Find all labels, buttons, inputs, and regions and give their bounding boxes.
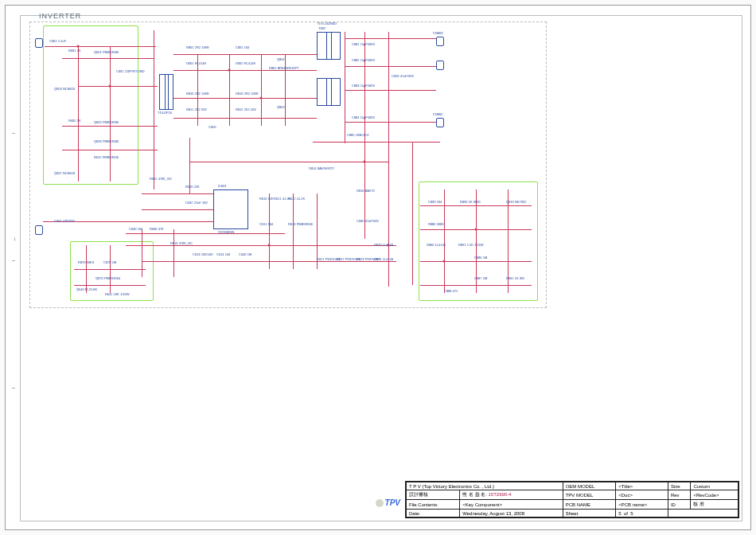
frame-tick <box>12 133 15 134</box>
c-label: Q870 PMBS3904 <box>95 277 120 280</box>
c-label: Q801 <box>277 58 285 61</box>
c-label: C632 22uF 16V <box>185 201 208 205</box>
c-label: D816 BAV70 <box>357 189 375 193</box>
net <box>229 54 230 126</box>
net <box>173 118 317 119</box>
net <box>142 193 213 194</box>
net <box>388 32 389 287</box>
tb-signed-label: ID <box>668 500 690 510</box>
label-t802-part: T197-002N0D <box>317 22 337 25</box>
tb-company: T P V (Top Victory Electronics Co. , Ltd… <box>407 482 563 490</box>
c-label: D860 LL4148 <box>427 244 446 247</box>
c-label: R612 41.2K <box>288 197 305 201</box>
c-label: R630 47K <box>150 228 164 231</box>
tb-pcbname-red: 15T2690-4 <box>489 492 512 497</box>
net <box>345 90 436 91</box>
tb-size-label: Size <box>668 482 690 490</box>
zone-label: 1 <box>14 236 16 241</box>
document-sheet: INVERTER 1 T19-DP16 T802 T197-002N0D OZ9… <box>5 5 751 530</box>
frame-tick <box>12 260 15 261</box>
junction <box>109 85 111 88</box>
tpv-logo: TPV <box>376 498 400 507</box>
c-label: D871 LL4148 <box>374 258 393 261</box>
c-label: C602 220P/NT1000 <box>116 70 144 73</box>
net <box>142 209 213 210</box>
net <box>126 233 285 234</box>
c-label: D602 RL4148 <box>236 62 255 65</box>
c-label: Q601 PMBS3906 <box>94 51 119 54</box>
net <box>173 98 317 99</box>
logo-dot-icon <box>376 499 384 507</box>
net <box>62 58 154 59</box>
c-label: R880 500K <box>428 223 444 226</box>
net <box>74 285 146 286</box>
c-label: C882 15pF500V <box>352 59 375 62</box>
tb-rev-label: Rev <box>668 490 690 500</box>
tb-file-label: File.Contents: <box>407 500 460 510</box>
c-label: Q606 PMBS3906 <box>94 140 119 143</box>
c-label: R870 33K3 <box>78 261 94 264</box>
transformer-t801 <box>159 74 173 110</box>
junction <box>268 244 271 247</box>
connector-cn604 <box>35 225 43 235</box>
c-label: R610 12K <box>259 197 274 201</box>
net <box>126 245 396 246</box>
net <box>444 189 445 293</box>
net <box>74 269 146 270</box>
c-label: R641 10K 1/16W <box>105 293 129 296</box>
title-block: T P V (Top Victory Electronics Co. , Ltd… <box>405 481 739 518</box>
junction <box>475 228 477 231</box>
c-label: C884 15pF500V <box>352 116 375 119</box>
connector-cn804 <box>436 61 444 70</box>
label-ic-ref: IC601 <box>218 185 227 188</box>
c-label: C601 2.2uF <box>49 40 66 43</box>
net <box>78 46 79 182</box>
net <box>345 32 345 143</box>
c-label: R811 2K2 50V <box>186 108 207 111</box>
logo-text: TPV <box>385 498 400 507</box>
tb-file: <Key Component> <box>460 500 563 510</box>
label-t801: T19-DP16 <box>158 111 172 115</box>
net <box>189 162 388 162</box>
highlight-driver-left <box>43 25 138 185</box>
c-label: C888 471 <box>444 290 458 293</box>
c-label: Q605 PMBS3906 <box>94 121 119 124</box>
net <box>293 193 294 269</box>
tb-date: Wednesday, August 13, 2008 <box>460 510 563 517</box>
net <box>285 54 286 126</box>
c-label: R613 PMBS3906 <box>288 223 313 226</box>
net <box>62 150 158 150</box>
net <box>154 30 154 189</box>
c-label: R892 1K 3W <box>506 277 524 280</box>
net <box>345 66 436 67</box>
tb-pcbn: <PCB name> <box>616 500 668 510</box>
net <box>78 86 158 87</box>
net <box>62 126 158 127</box>
net <box>269 193 270 269</box>
c-label: Q802 <box>277 106 285 109</box>
sheet-of: of <box>624 511 628 516</box>
tb-size: Custom <box>691 482 738 490</box>
transformer-t802-b <box>317 78 341 106</box>
net <box>45 46 156 47</box>
c-label: C883 15pF500V <box>352 84 375 88</box>
c-label: D601 RL4148 <box>186 62 206 65</box>
tb-blank <box>668 510 738 517</box>
c-label: C640 104 <box>129 228 142 231</box>
c-label: C604 47P/50V <box>54 220 75 223</box>
title-block-table: T P V (Top Victory Electronics Co. , Ltd… <box>406 482 738 517</box>
tb-tpv-label: TPV MODEL <box>563 490 616 500</box>
tb-sheet-n: 5 of 5 <box>616 510 668 517</box>
net <box>313 142 440 143</box>
connector-cn803 <box>436 37 444 46</box>
c-label: C870 1M <box>103 261 116 264</box>
c-label: Q810 NK7002 <box>506 201 526 204</box>
c-label: C650 47uF/50V <box>392 75 414 78</box>
c-label: R801 2R2 1/8W <box>186 46 208 49</box>
transformer-t802-a <box>317 32 341 60</box>
label-cn805: CN805 <box>433 113 442 116</box>
net <box>261 54 262 126</box>
net <box>345 38 436 39</box>
junction <box>443 260 446 263</box>
net <box>345 122 436 123</box>
